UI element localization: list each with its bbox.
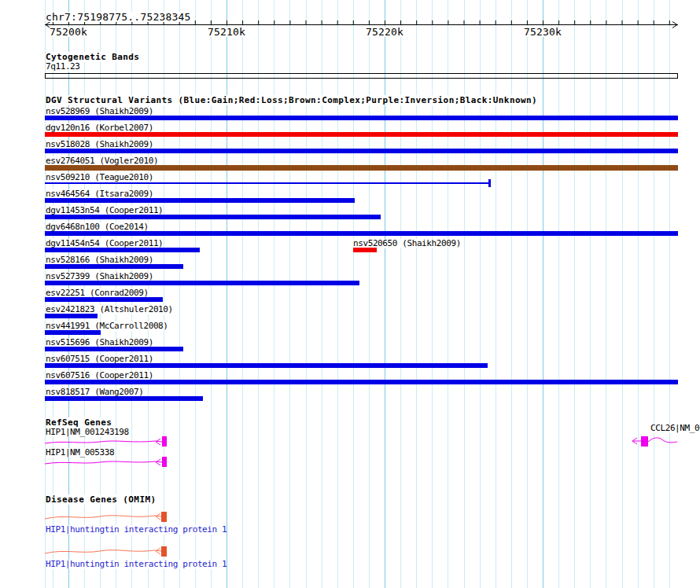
dgv-variant-bar[interactable]	[45, 347, 183, 351]
axis-tick-label: 75210k	[208, 27, 245, 37]
refseq-gene-label[interactable]: HIP1|NM_005338	[46, 448, 114, 458]
axis-tick-label: 75230k	[524, 27, 562, 37]
dgv-variant-bar[interactable]	[45, 380, 678, 384]
refseq-gene-label[interactable]: CCL26|NM_00	[650, 424, 700, 433]
dgv-variant-bar[interactable]	[45, 248, 200, 252]
dgv-variant-bar[interactable]	[45, 215, 381, 219]
genome-browser-canvas: chr7:75198775..75238345 Cytogenetic Band…	[0, 0, 700, 588]
tracks-layer: 75200k75210k75220k75230knsv528969 (Shaik…	[0, 0, 700, 588]
dgv-variant-bar[interactable]	[45, 314, 98, 318]
omim-gene-label[interactable]: HIP1|huntingtin interacting protein 1	[46, 560, 227, 569]
dgv-variant-bar[interactable]	[353, 248, 377, 252]
dgv-variant-bar[interactable]	[45, 149, 678, 153]
dgv-variant-bar[interactable]	[45, 116, 678, 120]
dgv-variant-bar[interactable]	[45, 264, 183, 269]
omim-gene-label[interactable]: HIP1|huntingtin interacting protein 1	[46, 525, 227, 535]
dgv-variant-bar[interactable]	[45, 132, 678, 137]
refseq-gene-label[interactable]: HIP1|NM_001243198	[46, 428, 129, 437]
dgv-variant-bar[interactable]	[45, 165, 678, 171]
dgv-variant-line[interactable]	[45, 182, 490, 184]
dgv-variant-bar[interactable]	[45, 396, 203, 401]
dgv-variant-bar[interactable]	[45, 231, 678, 236]
dgv-variant-bar[interactable]	[45, 198, 355, 203]
dgv-variant-bar[interactable]	[45, 297, 163, 302]
dgv-variant-bar[interactable]	[45, 281, 359, 285]
axis-tick-label: 75200k	[50, 27, 87, 37]
dgv-variant-bar[interactable]	[45, 363, 488, 368]
dgv-variant-bar[interactable]	[45, 330, 101, 335]
axis-tick-label: 75220k	[366, 27, 403, 37]
dgv-variant-label: nsv509210 (Teague2010)	[46, 173, 153, 182]
dgv-variant-end-tick	[488, 179, 491, 187]
